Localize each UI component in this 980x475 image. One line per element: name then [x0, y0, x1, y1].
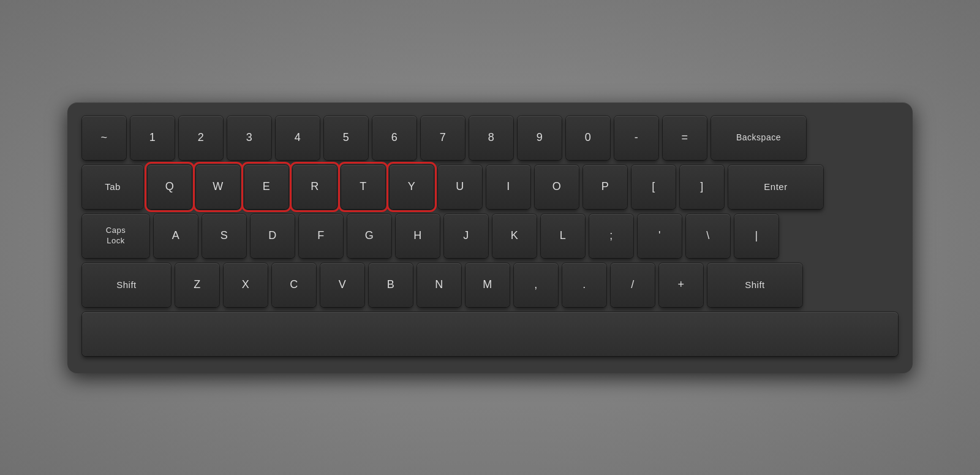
key-0[interactable]: 0	[566, 116, 610, 160]
key-backspace[interactable]: Backspace	[711, 116, 806, 160]
key-f[interactable]: F	[299, 214, 343, 258]
key-spacebar[interactable]	[82, 312, 898, 356]
key-m[interactable]: M	[466, 263, 510, 307]
key-plus[interactable]: +	[659, 263, 703, 307]
key-n[interactable]: N	[417, 263, 461, 307]
key-o[interactable]: O	[535, 165, 579, 209]
key-shift-left[interactable]: Shift	[82, 263, 171, 307]
key-d[interactable]: D	[251, 214, 295, 258]
key-k[interactable]: K	[492, 214, 537, 258]
key-b[interactable]: B	[369, 263, 413, 307]
key-t[interactable]: T	[341, 165, 385, 209]
key-1[interactable]: 1	[130, 116, 175, 160]
key-minus[interactable]: -	[614, 116, 658, 160]
key-l[interactable]: L	[541, 214, 585, 258]
key-comma[interactable]: ,	[514, 263, 558, 307]
key-7[interactable]: 7	[421, 116, 465, 160]
key-8[interactable]: 8	[469, 116, 513, 160]
key-period[interactable]: .	[562, 263, 606, 307]
key-q[interactable]: Q	[148, 165, 192, 209]
row-qwerty: Tab Q W E R T Y U I O P [ ] Enter	[82, 165, 898, 209]
key-enter[interactable]: Enter	[728, 165, 823, 209]
key-tilde[interactable]: ~	[82, 116, 126, 160]
keyboard: ~ 1 2 3 4 5 6 7 8 9 0 - = Backspace Tab …	[67, 102, 913, 373]
key-r[interactable]: R	[293, 165, 337, 209]
key-rbracket[interactable]: ]	[680, 165, 724, 209]
key-lbracket[interactable]: [	[631, 165, 676, 209]
key-v[interactable]: V	[320, 263, 364, 307]
key-9[interactable]: 9	[518, 116, 562, 160]
key-e[interactable]: E	[244, 165, 288, 209]
key-apostrophe[interactable]: '	[638, 214, 682, 258]
key-caps-lock[interactable]: Caps Lock	[82, 214, 149, 258]
key-s[interactable]: S	[202, 214, 246, 258]
key-j[interactable]: J	[444, 214, 488, 258]
key-tab[interactable]: Tab	[82, 165, 143, 209]
keyboard-rows: ~ 1 2 3 4 5 6 7 8 9 0 - = Backspace Tab …	[82, 116, 898, 356]
key-semicolon[interactable]: ;	[589, 214, 633, 258]
key-backslash[interactable]: \	[686, 214, 730, 258]
key-3[interactable]: 3	[227, 116, 271, 160]
row-asdf: Caps Lock A S D F G H J K L ; ' \ |	[82, 214, 898, 258]
key-g[interactable]: G	[347, 214, 391, 258]
key-pipe[interactable]: |	[734, 214, 778, 258]
key-z[interactable]: Z	[175, 263, 219, 307]
key-2[interactable]: 2	[179, 116, 223, 160]
key-4[interactable]: 4	[276, 116, 320, 160]
row-number: ~ 1 2 3 4 5 6 7 8 9 0 - = Backspace	[82, 116, 898, 160]
key-equals[interactable]: =	[663, 116, 707, 160]
row-zxcv: Shift Z X C V B N M , . / + Shift	[82, 263, 898, 307]
key-5[interactable]: 5	[324, 116, 368, 160]
key-u[interactable]: U	[438, 165, 482, 209]
key-6[interactable]: 6	[372, 116, 417, 160]
key-c[interactable]: C	[272, 263, 316, 307]
key-w[interactable]: W	[196, 165, 240, 209]
key-i[interactable]: I	[486, 165, 530, 209]
key-slash[interactable]: /	[611, 263, 655, 307]
key-a[interactable]: A	[154, 214, 198, 258]
key-h[interactable]: H	[396, 214, 440, 258]
key-shift-right[interactable]: Shift	[707, 263, 802, 307]
key-p[interactable]: P	[583, 165, 627, 209]
key-x[interactable]: X	[224, 263, 268, 307]
row-space	[82, 312, 898, 356]
key-y[interactable]: Y	[390, 165, 434, 209]
